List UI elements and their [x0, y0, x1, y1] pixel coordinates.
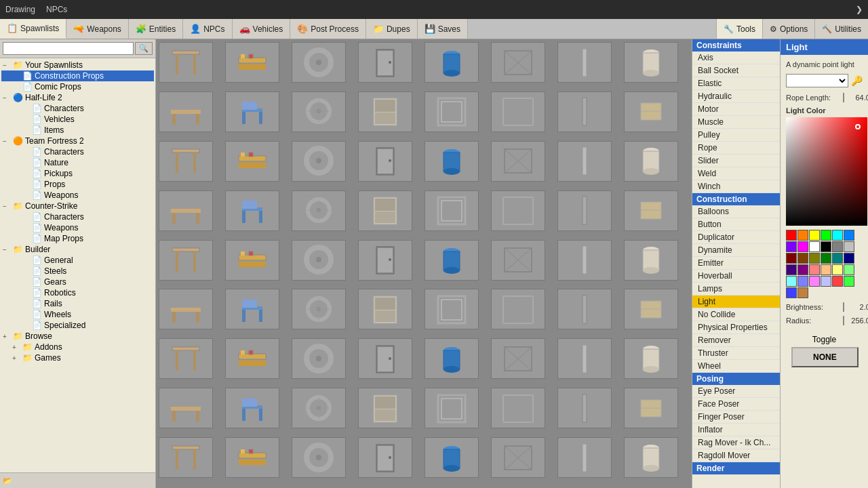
grid-item-4[interactable]: [425, 42, 479, 83]
tree-item-tf2-pickups[interactable]: 📄Pickups: [1, 168, 154, 179]
palette-color-11[interactable]: [844, 241, 854, 252]
grid-item-8[interactable]: [159, 92, 213, 132]
tab-entities[interactable]: 🧩 Entities: [129, 19, 183, 39]
grid-item-9[interactable]: [225, 92, 279, 132]
palette-color-8[interactable]: [809, 241, 820, 252]
tree-item-tf2-weapons[interactable]: 📄Weapons: [1, 190, 154, 201]
grid-item-52[interactable]: [425, 338, 479, 379]
titlebar-arrow[interactable]: ❯: [856, 5, 863, 14]
grid-item-12[interactable]: [425, 92, 479, 132]
tree-item-tf2-props[interactable]: 📄Props: [1, 179, 154, 190]
construction-no-collide[interactable]: No Collide: [692, 308, 780, 321]
tab-options[interactable]: ⚙ Options: [762, 19, 814, 39]
construction-light[interactable]: Light: [692, 296, 780, 308]
construction-button[interactable]: Button: [692, 218, 780, 231]
key-icon[interactable]: 🔑: [851, 75, 863, 86]
palette-color-27[interactable]: [821, 276, 831, 287]
constraint-pulley[interactable]: Pulley: [692, 129, 780, 142]
construction-thruster[interactable]: Thruster: [692, 347, 780, 360]
grid-item-64[interactable]: [159, 437, 213, 478]
grid-item-29[interactable]: [491, 190, 545, 231]
palette-color-9[interactable]: [821, 241, 831, 252]
grid-item-69[interactable]: [491, 437, 545, 478]
grid-item-15[interactable]: [624, 92, 678, 132]
palette-color-6[interactable]: [786, 241, 797, 252]
grid-item-53[interactable]: [491, 338, 545, 379]
tree-item-builder-gears[interactable]: 📄Gears: [1, 277, 154, 287]
palette-color-12[interactable]: [786, 253, 797, 264]
search-input[interactable]: [3, 42, 134, 55]
grid-item-26[interactable]: [292, 190, 346, 231]
palette-color-14[interactable]: [809, 253, 820, 264]
grid-item-21[interactable]: [491, 141, 545, 182]
tree-item-comic-props[interactable]: 📄Comic Props: [1, 81, 154, 92]
grid-item-20[interactable]: [425, 141, 479, 182]
construction-balloons[interactable]: Balloons: [692, 205, 780, 218]
construction-remover[interactable]: Remover: [692, 334, 780, 347]
palette-color-22[interactable]: [832, 264, 843, 275]
grid-item-23[interactable]: [624, 141, 678, 182]
grid-item-47[interactable]: [624, 289, 678, 329]
tree-item-builder-steels[interactable]: 📄Steels: [1, 266, 154, 277]
palette-color-20[interactable]: [809, 264, 820, 275]
grid-item-19[interactable]: [358, 141, 412, 182]
grid-item-36[interactable]: [425, 240, 479, 281]
grid-item-49[interactable]: [225, 338, 279, 379]
palette-color-30[interactable]: [786, 287, 797, 298]
tree-item-builder[interactable]: −📁Builder: [1, 244, 154, 255]
grid-item-60[interactable]: [425, 388, 479, 428]
tree-item-cs-characters[interactable]: 📄Characters: [1, 211, 154, 222]
palette-color-5[interactable]: [844, 230, 854, 241]
palette-color-4[interactable]: [832, 230, 843, 241]
light-dropdown[interactable]: [786, 74, 848, 87]
palette-color-0[interactable]: [786, 230, 797, 241]
grid-item-44[interactable]: [425, 289, 479, 329]
palette-color-28[interactable]: [832, 276, 843, 287]
grid-item-13[interactable]: [491, 92, 545, 132]
grid-item-46[interactable]: [557, 289, 612, 329]
tab-tools[interactable]: 🔧 Tools: [716, 19, 762, 39]
grid-item-34[interactable]: [292, 240, 346, 281]
palette-color-10[interactable]: [832, 241, 843, 252]
grid-item-58[interactable]: [292, 388, 346, 428]
grid-item-28[interactable]: [425, 190, 479, 231]
posing-face-poser[interactable]: Face Poser: [692, 398, 780, 411]
grid-item-48[interactable]: [159, 338, 213, 379]
posing-rag-mover---ik-ch---[interactable]: Rag Mover - Ik Ch...: [692, 436, 780, 449]
palette-color-3[interactable]: [821, 230, 831, 241]
tree-item-cs-weapons[interactable]: 📄Weapons: [1, 222, 154, 233]
grid-item-18[interactable]: [292, 141, 346, 182]
palette-color-13[interactable]: [797, 253, 808, 264]
palette-color-26[interactable]: [809, 276, 820, 287]
none-button[interactable]: NONE: [791, 347, 859, 367]
tab-utilities[interactable]: 🔨 Utilities: [814, 19, 868, 39]
tree-item-your-spawnlists[interactable]: −📁Your Spawnlists: [1, 60, 154, 70]
tree-item-counter-strike[interactable]: −📁Counter-Strike: [1, 201, 154, 211]
grid-item-54[interactable]: [557, 338, 612, 379]
grid-item-70[interactable]: [557, 437, 612, 478]
tree-item-hl2-items[interactable]: 📄Items: [1, 125, 154, 136]
grid-item-22[interactable]: [557, 141, 612, 182]
grid-item-43[interactable]: [358, 289, 412, 329]
palette-color-16[interactable]: [832, 253, 843, 264]
construction-dynamite[interactable]: Dynamite: [692, 244, 780, 257]
posing-finger-poser[interactable]: Finger Poser: [692, 411, 780, 424]
palette-color-15[interactable]: [821, 253, 831, 264]
grid-item-7[interactable]: [624, 42, 678, 83]
palette-color-31[interactable]: [797, 287, 808, 298]
grid-item-11[interactable]: [358, 92, 412, 132]
tab-vehicles[interactable]: 🚗 Vehicles: [233, 19, 291, 39]
constraint-winch[interactable]: Winch: [692, 180, 780, 193]
tree-item-builder-wheels[interactable]: 📄Wheels: [1, 309, 154, 320]
grid-item-5[interactable]: [491, 42, 545, 83]
constraint-motor[interactable]: Motor: [692, 103, 780, 116]
constraint-ball-socket[interactable]: Ball Socket: [692, 64, 780, 77]
grid-item-25[interactable]: [225, 190, 279, 231]
tree-item-half-life-2[interactable]: −🔵Half-Life 2: [1, 92, 154, 103]
grid-item-17[interactable]: [225, 141, 279, 182]
tree-item-tf2-nature[interactable]: 📄Nature: [1, 157, 154, 168]
tab-dupes[interactable]: 📁 Dupes: [366, 19, 418, 39]
constraint-elastic[interactable]: Elastic: [692, 77, 780, 90]
grid-item-32[interactable]: [159, 240, 213, 281]
constraint-muscle[interactable]: Muscle: [692, 116, 780, 129]
